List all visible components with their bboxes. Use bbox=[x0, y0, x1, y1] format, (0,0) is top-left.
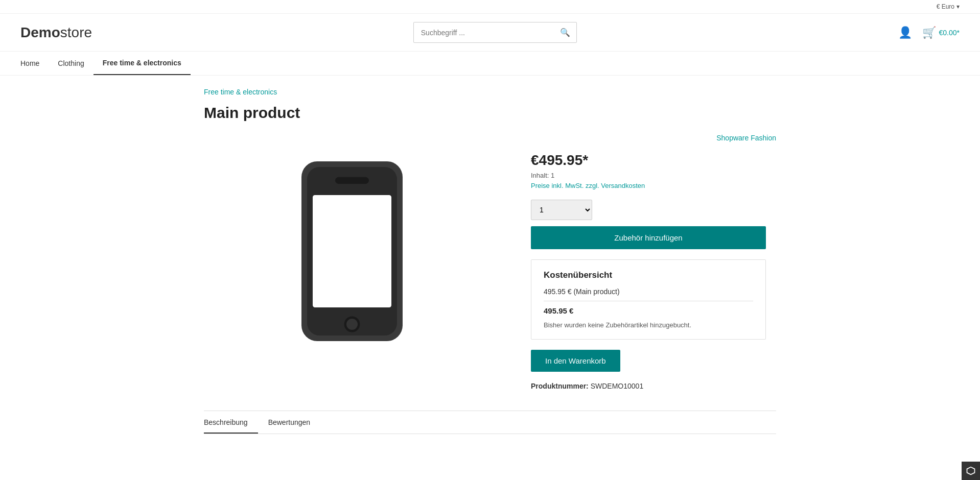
product-image-svg bbox=[296, 154, 408, 348]
quantity-select[interactable]: 1 2 3 4 5 bbox=[531, 200, 592, 220]
cost-overview-title: Kostenübersicht bbox=[544, 270, 753, 280]
currency-selector[interactable]: € Euro ▾ bbox=[937, 3, 960, 10]
logo[interactable]: Demostore bbox=[20, 25, 92, 41]
tab-reviews[interactable]: Bewertungen bbox=[268, 411, 321, 434]
search-button[interactable]: 🔍 bbox=[554, 22, 576, 42]
cost-line-label: 495.95 € (Main product) bbox=[544, 287, 620, 296]
cost-overview: Kostenübersicht 495.95 € (Main product) … bbox=[531, 259, 766, 340]
add-to-cart-button[interactable]: In den Warenkorb bbox=[531, 350, 620, 372]
search-bar: 🔍 bbox=[413, 22, 577, 43]
product-number-value: SWDEMO10001 bbox=[591, 382, 643, 390]
currency-label: € Euro bbox=[937, 3, 954, 10]
cost-note: Bisher wurden keine Zubehörartikel hinzu… bbox=[544, 321, 753, 329]
product-price: €495.95* bbox=[531, 152, 776, 169]
product-details: Shopware Fashion €495.95* Inhalt: 1 Prei… bbox=[531, 134, 776, 390]
product-number: Produktnummer: SWDEMO10001 bbox=[531, 382, 776, 390]
cost-line-item: 495.95 € (Main product) bbox=[544, 287, 753, 301]
logo-bold: Demo bbox=[20, 25, 60, 40]
search-input[interactable] bbox=[414, 23, 554, 42]
nav-item-clothing[interactable]: Clothing bbox=[49, 52, 93, 75]
logo-normal: store bbox=[60, 25, 92, 40]
cart-icon: 🛒 bbox=[922, 26, 936, 39]
manufacturer-link[interactable]: Shopware Fashion bbox=[531, 134, 776, 142]
breadcrumb: Free time & electronics bbox=[204, 88, 776, 96]
main-content: Free time & electronics Main product bbox=[183, 76, 797, 446]
product-tabs: Beschreibung Bewertungen bbox=[204, 411, 776, 434]
svg-point-5 bbox=[346, 319, 358, 330]
tab-nav: Beschreibung Bewertungen bbox=[204, 411, 776, 434]
cart-button[interactable]: 🛒 €0.00* bbox=[922, 26, 960, 39]
top-bar: € Euro ▾ bbox=[0, 0, 980, 14]
header: Demostore 🔍 👤 🛒 €0.00* bbox=[0, 14, 980, 52]
product-image bbox=[204, 134, 500, 369]
product-content: Inhalt: 1 bbox=[531, 172, 776, 179]
product-number-label: Produktnummer: bbox=[531, 382, 589, 390]
tax-link[interactable]: Preise inkl. MwSt. zzgl. Versandkosten bbox=[531, 182, 645, 189]
cart-amount: €0.00* bbox=[939, 29, 960, 37]
add-to-cart-row: In den Warenkorb bbox=[531, 350, 776, 382]
currency-arrow: ▾ bbox=[956, 3, 960, 10]
cost-total: 495.95 € bbox=[544, 306, 753, 315]
breadcrumb-link[interactable]: Free time & electronics bbox=[204, 88, 277, 96]
svg-rect-2 bbox=[313, 195, 391, 307]
product-layout: Shopware Fashion €495.95* Inhalt: 1 Prei… bbox=[204, 134, 776, 390]
quantity-row: 1 2 3 4 5 bbox=[531, 200, 776, 220]
product-image-area bbox=[204, 134, 500, 369]
svg-rect-3 bbox=[335, 177, 369, 184]
tab-description[interactable]: Beschreibung bbox=[204, 411, 258, 434]
main-nav: Home Clothing Free time & electronics bbox=[0, 52, 980, 76]
header-actions: 👤 🛒 €0.00* bbox=[898, 26, 960, 39]
nav-item-free-time[interactable]: Free time & electronics bbox=[94, 52, 191, 75]
product-title: Main product bbox=[204, 104, 776, 122]
account-icon[interactable]: 👤 bbox=[898, 26, 912, 39]
add-accessory-button[interactable]: Zubehör hinzufügen bbox=[531, 226, 766, 249]
cost-total-value: 495.95 € bbox=[544, 306, 573, 315]
nav-item-home[interactable]: Home bbox=[20, 52, 49, 75]
